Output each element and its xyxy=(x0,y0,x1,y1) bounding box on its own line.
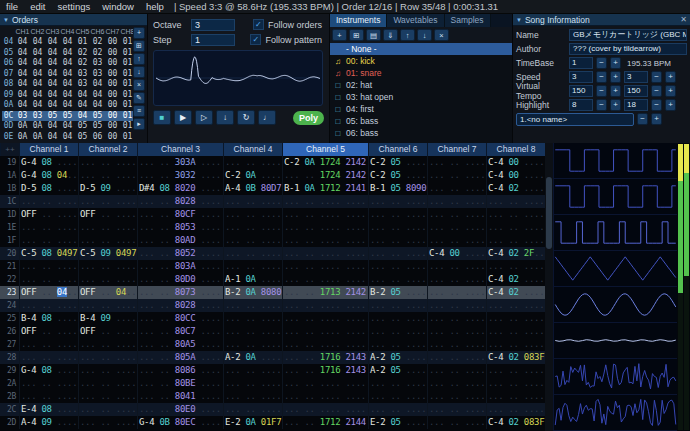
order-cell[interactable]: 06 xyxy=(90,132,105,143)
order-cell[interactable]: 04 xyxy=(15,90,30,101)
pattern-cell[interactable]: ... .. .... xyxy=(19,273,78,286)
pattern-cell[interactable]: ... .. .... xyxy=(486,325,545,338)
pattern-cell[interactable]: ... .. .... xyxy=(427,312,486,325)
pattern-cell[interactable]: C-5 09 0497 xyxy=(78,247,137,260)
instrument-item[interactable]: □02: hat xyxy=(330,79,512,91)
channel-scope[interactable] xyxy=(553,179,677,215)
order-cell[interactable]: 01 xyxy=(75,37,90,48)
pattern-cell[interactable]: ... .. 1724 2142 xyxy=(282,169,368,182)
menu-item-edit[interactable]: edit xyxy=(24,0,51,14)
pattern-cell[interactable]: ... .. .... xyxy=(223,338,282,351)
pattern-cell[interactable]: ... .. .... xyxy=(486,377,545,390)
pattern-cell[interactable]: D-5 08 .... xyxy=(19,182,78,195)
order-cell[interactable]: 04 xyxy=(60,90,75,101)
pattern-cell[interactable]: ... .. .... xyxy=(19,338,78,351)
order-cell[interactable]: 00 xyxy=(105,79,120,90)
pattern-cell[interactable]: ... .. .... xyxy=(427,286,486,299)
pattern-cell[interactable]: G-4 08 04.. xyxy=(19,169,78,182)
pattern-cell[interactable]: ... .. .... .... xyxy=(282,403,368,416)
order-edit-mode-button[interactable]: ≡ xyxy=(133,105,145,117)
pattern-cell[interactable]: ... .. .... xyxy=(19,351,78,364)
order-cell[interactable]: 04 xyxy=(75,90,90,101)
order-cell[interactable]: 04 xyxy=(30,58,45,69)
pattern-cell[interactable]: ... .. .... xyxy=(78,273,137,286)
menu-item-help[interactable]: help xyxy=(140,0,170,14)
pattern-cell[interactable]: ... .. .... xyxy=(486,208,545,221)
order-cell[interactable]: 04 xyxy=(15,79,30,90)
pattern-cell[interactable]: ... .. 8073 .... xyxy=(137,286,223,299)
pattern-cell[interactable]: ... .. .... xyxy=(368,312,427,325)
order-cell[interactable]: 01 xyxy=(120,69,133,80)
pattern-cell[interactable]: B-4 08 .... xyxy=(19,312,78,325)
pattern-cell[interactable]: ... .. 803A .... xyxy=(137,260,223,273)
channel-scope[interactable] xyxy=(553,323,677,359)
pattern-cell[interactable]: ... .. .... xyxy=(368,390,427,403)
pattern-cell[interactable]: ... .. .... xyxy=(223,299,282,312)
instrument-item[interactable]: ♫01: snare xyxy=(330,67,512,79)
pattern-cell[interactable]: ... .. 8086 .... xyxy=(137,364,223,377)
order-row[interactable]: 080404040403040001 xyxy=(2,79,133,90)
save-instrument-button[interactable]: ⇓ xyxy=(383,29,398,41)
pattern-cell[interactable]: C-4 02 2F.. xyxy=(486,247,545,260)
pattern-cell[interactable]: ... .. .... xyxy=(427,195,486,208)
open-instrument-button[interactable]: ▤ xyxy=(366,29,381,41)
pattern-cell[interactable]: ... .. .... xyxy=(427,260,486,273)
pattern-cell[interactable]: ... .. .... .... xyxy=(282,312,368,325)
pattern-cell[interactable]: ... .. .... .... xyxy=(282,273,368,286)
pattern-cell[interactable]: ... .. 1712 2144 xyxy=(282,416,368,429)
pattern-cell[interactable]: B-2 05 .... xyxy=(368,286,427,299)
pattern-cell[interactable]: ... .. .... xyxy=(19,390,78,403)
pattern-cell[interactable]: D-5 09 .... xyxy=(78,182,137,195)
channel-header[interactable]: Channel 8 xyxy=(486,143,545,156)
pattern-cell[interactable]: ... .. 80A5 .... xyxy=(137,338,223,351)
pattern-cell[interactable]: ... .. .... xyxy=(368,260,427,273)
pattern-cell[interactable]: ... .. .... xyxy=(427,299,486,312)
highlight-input-2[interactable]: 18 xyxy=(624,99,648,111)
pattern-cell[interactable]: ... .. .... xyxy=(78,364,137,377)
octave-input[interactable]: 3 xyxy=(191,19,235,31)
order-cell[interactable]: 04 xyxy=(15,37,30,48)
channel-header[interactable]: Channel 5 xyxy=(282,143,368,156)
pattern-cell[interactable]: A-2 05 .... xyxy=(368,351,427,364)
pattern-cell[interactable]: ... .. .... xyxy=(223,403,282,416)
pattern-cell[interactable]: ... .. .... xyxy=(486,221,545,234)
order-cell[interactable]: 01 xyxy=(120,111,133,122)
pattern-cell[interactable]: G-4 08 .... xyxy=(19,364,78,377)
step-input[interactable]: 1 xyxy=(191,34,235,46)
virtual-tempo-input-2[interactable]: 150 xyxy=(624,85,648,97)
order-cell[interactable]: 04 xyxy=(45,48,60,59)
pattern-cell[interactable]: ... .. .... xyxy=(486,338,545,351)
play-button[interactable]: ▶ xyxy=(174,110,192,125)
duplicate-order-button[interactable]: ⊞ xyxy=(133,40,145,52)
pattern-cell[interactable]: ... .. .... xyxy=(368,338,427,351)
pattern-cell[interactable]: ... .. .... .... xyxy=(282,234,368,247)
duplicate-instrument-button[interactable]: ⊞ xyxy=(349,29,364,41)
pattern-cell[interactable]: ... .. .... .... xyxy=(282,338,368,351)
order-row[interactable]: 0D0A0A040405050001 xyxy=(2,121,133,132)
pattern-cell[interactable]: ... .. .... xyxy=(78,377,137,390)
order-cell[interactable]: 00 xyxy=(105,48,120,59)
instrument-item[interactable]: □04: first xyxy=(330,103,512,115)
order-cell[interactable]: 04 xyxy=(30,90,45,101)
order-cell[interactable]: 0A xyxy=(15,132,30,143)
order-row[interactable]: 070404040403030001 xyxy=(2,69,133,80)
close-icon[interactable]: ✕ xyxy=(680,15,687,24)
order-cell[interactable]: 03 xyxy=(30,111,45,122)
instrument-item[interactable]: ♫00: kick xyxy=(330,55,512,67)
pattern-cell[interactable]: ... .. .... xyxy=(78,338,137,351)
order-cell[interactable]: 0A xyxy=(30,132,45,143)
order-cell[interactable]: 04 xyxy=(60,132,75,143)
order-cell[interactable]: 01 xyxy=(120,100,133,111)
order-cell[interactable]: 04 xyxy=(45,37,60,48)
order-cell[interactable]: 04 xyxy=(30,79,45,90)
virtual-tempo-increment-1[interactable]: + xyxy=(610,85,621,97)
order-cell[interactable]: 02 xyxy=(75,58,90,69)
channel-header[interactable]: Channel 4 xyxy=(223,143,282,156)
order-cell[interactable]: 0A xyxy=(15,121,30,132)
order-cell[interactable]: 01 xyxy=(120,37,133,48)
pattern-cell[interactable]: OFF .. .... xyxy=(19,325,78,338)
pattern-cell[interactable]: ... .. .... xyxy=(486,299,545,312)
virtual-tempo-decrement-1[interactable]: − xyxy=(596,85,607,97)
channel-header[interactable]: Channel 7 xyxy=(427,143,486,156)
order-cell[interactable]: 00 xyxy=(105,132,120,143)
